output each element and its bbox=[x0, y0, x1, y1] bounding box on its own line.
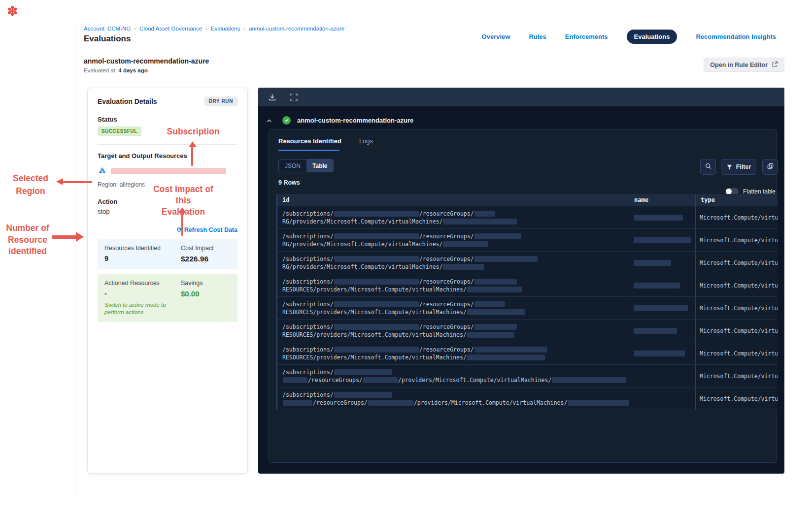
breadcrumb-governance[interactable]: Cloud Asset Governance bbox=[139, 26, 202, 32]
table-row[interactable]: /subscriptions//resourceGroups/RESOURCES… bbox=[277, 320, 778, 342]
table-row[interactable]: /subscriptions//resourceGroups/RG/provid… bbox=[277, 252, 778, 274]
selected-region-arrow-head-icon bbox=[56, 178, 63, 185]
details-card-title: Evaluation Details bbox=[98, 97, 157, 105]
copy-icon bbox=[767, 162, 774, 172]
nav-recommendation-insights[interactable]: Recommendation Insights bbox=[696, 33, 776, 40]
redacted-value bbox=[474, 324, 517, 330]
type-cell: Microsoft.Compute/virtu bbox=[695, 387, 778, 410]
results-table-header: id name type bbox=[277, 194, 778, 206]
table-row[interactable]: /subscriptions//resourceGroups/RESOURCES… bbox=[277, 342, 778, 365]
breadcrumb-separator-icon: › bbox=[134, 26, 136, 32]
table-row[interactable]: /subscriptions//resourceGroups/RG/provid… bbox=[277, 206, 778, 229]
id-cell: /subscriptions//resourceGroups/RG/provid… bbox=[277, 206, 629, 228]
column-id[interactable]: id bbox=[277, 194, 629, 206]
column-name[interactable]: name bbox=[629, 194, 695, 206]
copy-button[interactable] bbox=[762, 159, 778, 175]
name-cell bbox=[629, 252, 695, 274]
redacted-value bbox=[467, 309, 525, 315]
redacted-value bbox=[368, 400, 413, 406]
identified-cost-box: Resources Identified 9 Cost Impact $226.… bbox=[98, 239, 237, 269]
collapse-chevron-icon[interactable] bbox=[266, 117, 272, 124]
search-button[interactable] bbox=[700, 159, 716, 175]
breadcrumb-separator-icon: › bbox=[243, 26, 245, 32]
breadcrumb-separator-icon: › bbox=[205, 26, 207, 32]
id-cell: /subscriptions//resourceGroups/RESOURCES… bbox=[277, 297, 629, 319]
breadcrumb-evaluations[interactable]: Evaluations bbox=[211, 26, 240, 32]
column-type[interactable]: type bbox=[695, 194, 778, 206]
cost-impact-value: $226.96 bbox=[181, 255, 231, 263]
top-nav: Overview Rules Enforcements Evaluations … bbox=[482, 30, 776, 44]
redacted-value bbox=[634, 283, 680, 289]
actioned-savings-box: Actioned Resources - Switch to active mo… bbox=[98, 274, 237, 322]
open-rule-editor-button[interactable]: Open in Rule Editor bbox=[704, 58, 784, 72]
name-cell bbox=[629, 274, 695, 296]
resources-arrow-shaft bbox=[52, 235, 76, 239]
type-cell: Microsoft.Compute/virtu bbox=[695, 229, 778, 251]
tab-resources-identified[interactable]: Resources Identified bbox=[278, 137, 341, 145]
redacted-value bbox=[634, 328, 677, 334]
redacted-value bbox=[474, 233, 521, 239]
table-row[interactable]: /subscriptions//resourceGroups//provider… bbox=[277, 387, 778, 410]
evaluated-at-value: 4 days ago bbox=[118, 67, 147, 73]
view-table-button[interactable]: Table bbox=[306, 160, 333, 172]
name-cell bbox=[629, 320, 695, 342]
id-cell: /subscriptions//resourceGroups//provider… bbox=[277, 387, 629, 410]
nav-rules[interactable]: Rules bbox=[529, 33, 546, 40]
resources-identified-label: Resources Identified bbox=[104, 245, 181, 252]
breadcrumb-rule[interactable]: anmol-custom-recommendation-azure bbox=[249, 26, 344, 32]
id-cell: /subscriptions//resourceGroups/RG/provid… bbox=[277, 229, 629, 251]
active-tab-underline bbox=[278, 150, 339, 151]
target-resources-label: Target and Output Resources bbox=[98, 152, 237, 160]
evaluated-at: Evaluated at: 4 days ago bbox=[84, 67, 148, 73]
dry-run-badge: DRY RUN bbox=[204, 96, 237, 106]
nav-enforcements[interactable]: Enforcements bbox=[565, 33, 608, 40]
redacted-value bbox=[443, 264, 484, 270]
redacted-value bbox=[474, 256, 538, 262]
fullscreen-icon[interactable] bbox=[289, 93, 298, 101]
redacted-value bbox=[443, 219, 517, 225]
table-row[interactable]: /subscriptions//resourceGroups//provider… bbox=[277, 365, 778, 387]
redacted-value bbox=[634, 237, 691, 243]
card-divider bbox=[98, 144, 237, 145]
redacted-value bbox=[474, 279, 517, 285]
name-cell bbox=[629, 387, 695, 410]
nav-evaluations[interactable]: Evaluations bbox=[627, 30, 677, 44]
redacted-value bbox=[334, 301, 419, 307]
evaluation-section-header[interactable]: anmol-custom-recommendation-azure bbox=[266, 113, 777, 127]
filter-button[interactable]: Filter bbox=[721, 159, 756, 175]
type-cell: Microsoft.Compute/virtu bbox=[695, 365, 778, 387]
cost-impact-arrow-shaft bbox=[181, 213, 183, 236]
savings-value: $0.00 bbox=[181, 289, 231, 298]
active-mode-note: Switch to active mode to perform actions bbox=[104, 301, 178, 316]
redacted-value bbox=[467, 354, 545, 360]
name-cell bbox=[629, 297, 695, 319]
table-row[interactable]: /subscriptions//resourceGroups/RESOURCES… bbox=[277, 297, 778, 320]
redacted-value bbox=[334, 347, 419, 353]
table-row[interactable]: /subscriptions//resourceGroups/RG/provid… bbox=[277, 229, 778, 252]
results-inner-card: Resources Identified Logs JSON Table bbox=[269, 129, 777, 463]
redacted-value bbox=[283, 377, 307, 383]
nav-overview[interactable]: Overview bbox=[482, 33, 510, 40]
id-cell: /subscriptions//resourceGroups/RESOURCES… bbox=[277, 320, 629, 342]
name-cell bbox=[629, 342, 695, 364]
name-cell bbox=[629, 365, 695, 387]
download-icon[interactable] bbox=[268, 93, 276, 101]
search-icon bbox=[705, 162, 712, 172]
results-table: id name type /subscriptions//resourceGro… bbox=[276, 194, 778, 410]
refresh-cost-data-link[interactable]: ⟳Refresh Cost Data bbox=[177, 226, 237, 233]
redacted-value bbox=[334, 279, 419, 285]
redacted-value bbox=[334, 324, 419, 330]
tab-logs[interactable]: Logs bbox=[359, 137, 373, 145]
breadcrumb: Account: CCM-NG › Cloud Asset Governance… bbox=[84, 26, 344, 32]
redacted-value bbox=[467, 332, 514, 338]
redacted-value bbox=[283, 400, 312, 406]
resources-identified-value: 9 bbox=[104, 255, 181, 262]
redacted-value bbox=[474, 347, 547, 353]
redacted-value bbox=[568, 400, 629, 406]
evaluation-details-card: Evaluation Details DRY RUN Status SUCCES… bbox=[87, 88, 248, 474]
table-row[interactable]: /subscriptions//resourceGroups/RESOURCES… bbox=[277, 274, 778, 297]
results-toolbar bbox=[258, 88, 784, 106]
type-cell: Microsoft.Compute/virtu bbox=[695, 342, 778, 364]
view-json-button[interactable]: JSON bbox=[279, 160, 306, 172]
breadcrumb-account[interactable]: Account: CCM-NG bbox=[84, 26, 131, 32]
